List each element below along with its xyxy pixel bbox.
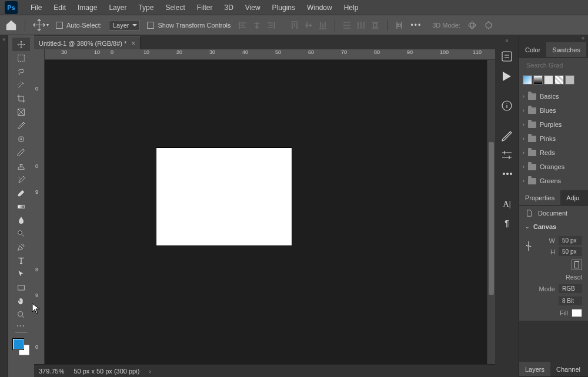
styles-panel-icon[interactable] [500,167,514,181]
gradient-folder-row[interactable]: ›Purples [519,117,588,132]
align-bottom-icon[interactable] [318,21,328,30]
paragraph-panel-icon[interactable]: ¶ [500,216,514,230]
align-left-icon[interactable] [238,21,248,30]
align-top-icon[interactable] [290,21,299,30]
move-tool-icon[interactable]: ▾ [32,17,49,33]
clone-stamp-tool[interactable] [12,159,30,173]
type-tool[interactable] [12,254,30,267]
eyedropper-tool[interactable] [12,119,30,132]
gradient-folder-row[interactable]: ›Basics [519,89,588,103]
canvas-section-header[interactable]: ⌄ Canvas [519,221,588,233]
brushes-panel-icon[interactable] [500,129,514,143]
bit-depth-value[interactable]: 8 Bit [559,297,582,305]
menu-3d[interactable]: 3D [218,0,239,15]
learn-panel-icon[interactable] [500,49,514,63]
auto-select-target[interactable]: Layer [109,20,141,31]
dodge-tool[interactable] [12,227,30,240]
path-select-tool[interactable] [12,267,30,281]
auto-select-check[interactable]: Auto-Select: [56,22,102,29]
ruler-horizontal[interactable]: 3010010203040506070809010011012 [45,49,495,59]
zoom-tool[interactable] [12,308,30,321]
character-panel-icon[interactable]: A| [500,197,514,211]
rect-marquee-tool[interactable] [12,51,30,65]
zoom-level[interactable]: 379.75% [39,368,64,375]
height-value[interactable]: 50 px [559,247,582,256]
gradient-tool[interactable] [12,200,30,213]
close-tab-icon[interactable]: × [131,39,135,48]
tab-layers[interactable]: Layers [519,362,550,376]
app-logo[interactable]: Ps [5,1,18,14]
tab-adjustments[interactable]: Adju [560,190,585,205]
menu-help[interactable]: Help [338,0,365,15]
distribute-center-v-icon[interactable] [356,21,366,30]
viewport[interactable] [45,60,487,364]
right-dock-collapse-icon[interactable]: » [519,35,588,42]
brush-tool[interactable] [12,146,30,159]
align-right-icon[interactable] [266,21,276,30]
tab-channels[interactable]: Channel [550,362,586,376]
eraser-tool[interactable] [12,186,30,200]
menu-filter[interactable]: Filter [191,0,219,15]
link-dimensions-icon[interactable] [525,240,532,252]
menu-file[interactable]: File [25,0,48,15]
scrollbar-thumb[interactable] [489,142,494,295]
fill-color-swatch[interactable] [572,309,582,317]
blur-tool[interactable] [12,213,30,227]
magic-wand-tool[interactable] [12,78,30,92]
tab-swatches[interactable]: Swatches [546,42,586,57]
gradient-folder-row[interactable]: ›Blues [519,103,588,117]
gradient-preset-swatch[interactable] [533,75,543,85]
width-value[interactable]: 50 px [559,236,582,245]
foreground-color-swatch[interactable] [13,339,24,349]
3d-roll-icon[interactable] [484,21,493,30]
libraries-panel-icon[interactable] [500,68,514,82]
show-transform-check[interactable]: Show Transform Controls [147,22,230,29]
menu-edit[interactable]: Edit [48,0,72,15]
more-options-icon[interactable]: ••• [411,21,422,29]
3d-orbit-icon[interactable] [467,21,477,30]
ruler-origin[interactable] [34,49,45,60]
gradient-preset-swatch[interactable] [565,75,574,85]
document-tab[interactable]: Untitled-1 @ 380% (RGB/8#) * × [34,36,141,49]
tab-color[interactable]: Color [519,42,546,57]
align-center-v-icon[interactable] [304,21,313,30]
gradient-preset-swatch[interactable] [544,75,553,85]
gradient-folder-row[interactable]: ›Oranges [519,160,588,174]
canvas[interactable] [156,148,292,245]
menu-plugins[interactable]: Plugins [266,0,301,15]
info-panel-icon[interactable] [500,99,514,113]
status-menu-icon[interactable]: › [149,368,151,375]
align-center-h-icon[interactable] [252,21,262,30]
menu-layer[interactable]: Layer [103,0,132,15]
color-swatches[interactable] [13,339,29,355]
swatches-search-input[interactable] [526,62,588,69]
gradient-preset-swatch[interactable] [523,75,532,85]
panel-dock-collapse-icon[interactable]: « [505,38,508,45]
home-icon[interactable] [5,19,18,32]
ruler-vertical[interactable]: 0098909 [34,60,45,364]
orientation-portrait-icon[interactable] [572,260,582,270]
menu-image[interactable]: Image [72,0,103,15]
toolbar-collapse-icon[interactable]: » [0,35,8,43]
gradient-preset-swatch[interactable] [554,75,564,85]
menu-type[interactable]: Type [132,0,159,15]
history-brush-tool[interactable] [12,173,30,186]
frame-tool[interactable] [12,105,30,119]
gradient-folder-row[interactable]: ›Reds [519,146,588,160]
distribute-spacing-icon[interactable] [395,21,404,30]
gradient-folder-row[interactable]: ›Greens [519,174,588,188]
move-tool[interactable] [12,38,30,51]
edit-toolbar-icon[interactable]: ••• [12,321,30,329]
document-info[interactable]: 50 px x 50 px (300 ppi) [74,368,139,375]
gradient-folder-row[interactable]: ›Pinks [519,132,588,146]
tab-properties[interactable]: Properties [519,190,560,205]
adjustments-panel-icon[interactable] [500,148,514,162]
crop-tool[interactable] [12,92,30,105]
lasso-tool[interactable] [12,65,30,78]
pen-tool[interactable] [12,240,30,254]
menu-view[interactable]: View [239,0,266,15]
menu-select[interactable]: Select [159,0,191,15]
menu-window[interactable]: Window [301,0,338,15]
healing-brush-tool[interactable] [12,132,30,146]
distribute-top-icon[interactable] [342,21,352,30]
